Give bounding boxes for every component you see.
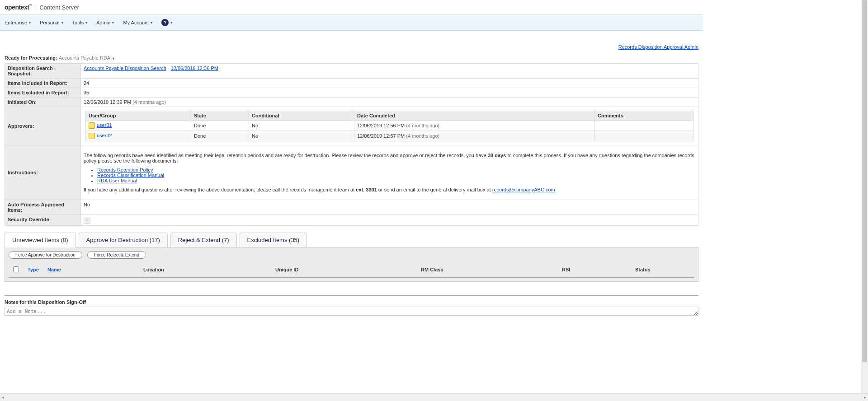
items-header-rsi: RSI (559, 261, 632, 278)
items-header-checkbox (9, 261, 25, 278)
items-header-name[interactable]: Name (45, 261, 141, 278)
brand-company: opentext (5, 4, 29, 11)
chevron-down-icon: ▾ (151, 21, 152, 25)
approvers-cell: User/Group State Conditional Date Comple… (81, 107, 698, 145)
header-link: Type (28, 267, 39, 272)
rda-admin-link[interactable]: Records Disposition Approval Admin (618, 44, 698, 50)
items-excluded-label: Items Excluded in Report: (5, 88, 81, 98)
force-reject-button[interactable]: Force Reject & Extend (87, 251, 146, 259)
tabs-row: Unreviewed Items (0) Approve for Destruc… (5, 233, 698, 247)
instructions-value: The following records have been identifi… (81, 145, 698, 200)
menu-my-account[interactable]: My Account▾ (123, 20, 152, 25)
tab-approve[interactable]: Approve for Destruction (17) (79, 233, 168, 247)
approver-conditional: No (249, 121, 354, 131)
instr-ext: ext. 3301 (356, 187, 377, 192)
force-approve-button[interactable]: Force Approve for Destruction (9, 251, 82, 259)
approver-user-link[interactable]: user02 (97, 133, 112, 138)
top-menu: Enterprise▾ Personal▾ Tools▾ Admin▾ My A… (0, 15, 703, 31)
menu-label: Admin (96, 20, 110, 25)
top-link-row: Records Disposition Approval Admin (5, 31, 698, 53)
items-header-status: Status (632, 261, 694, 278)
approvers-header-comments: Comments (595, 111, 693, 121)
approver-date-rel: (4 months ago) (406, 133, 439, 139)
doc-link[interactable]: Records Retention Policy (97, 167, 153, 173)
menu-label: My Account (123, 20, 149, 25)
items-included-label: Items Included in Report: (5, 79, 81, 88)
chevron-down-icon: ▾ (113, 56, 114, 61)
security-override-checkbox: ✓ (84, 217, 90, 224)
auto-process-value: No (81, 200, 698, 215)
tab-unreviewed[interactable]: Unreviewed Items (0) (5, 233, 76, 247)
items-table: Type Name Location Unique ID RM Class RS… (9, 261, 694, 278)
header-brand: opentext™ | Content Server (0, 0, 703, 15)
instr-email-link[interactable]: records@companyABC.com (492, 187, 555, 192)
tab-excluded[interactable]: Excluded Items (35) (240, 233, 307, 247)
snapshot-time-link[interactable]: 12/06/2019 12:36 PM (171, 65, 218, 71)
doc-link[interactable]: RDA User Manual (97, 178, 137, 183)
menu-admin[interactable]: Admin▾ (96, 20, 114, 25)
chevron-down-icon: ▾ (170, 21, 172, 25)
initiated-on-date: 12/06/2019 12:39 PM (84, 99, 131, 105)
approver-comments (595, 131, 693, 141)
list-item: Records Retention Policy (97, 167, 695, 173)
rda-name: Accounts Payable RDA (59, 55, 110, 61)
info-table: Disposition Search - Snapshot: Accounts … (5, 63, 698, 226)
items-header-rmclass: RM Class (418, 261, 559, 278)
vertical-scrollbar[interactable] (861, 0, 868, 317)
doc-link[interactable]: Records Classification Manual (97, 173, 164, 178)
chevron-down-icon: ▾ (85, 21, 87, 25)
separator: - (168, 65, 171, 71)
disposition-search-label: Disposition Search - Snapshot: (5, 64, 81, 79)
approver-row: user02 Done No 12/06/2019 12:57 PM (4 mo… (86, 131, 693, 141)
chevron-down-icon: ▾ (112, 21, 114, 25)
chevron-down-icon: ▾ (29, 21, 31, 25)
disposition-search-value: Accounts Payable Disposition Search - 12… (81, 64, 698, 79)
menu-tools[interactable]: Tools▾ (72, 20, 88, 25)
instructions-label: Instructions: (5, 145, 81, 200)
notes-input[interactable] (5, 307, 698, 316)
approver-date-text: 12/06/2019 12:56 PM (357, 123, 405, 128)
menu-label: Enterprise (5, 20, 27, 25)
chevron-down-icon: ▾ (61, 21, 63, 25)
menu-label: Personal (40, 20, 59, 25)
menu-help[interactable]: ?▾ (161, 19, 172, 26)
approvers-label: Approvers: (5, 107, 81, 145)
tab-reject[interactable]: Reject & Extend (7) (170, 233, 237, 247)
approvers-header-user: User/Group (86, 111, 191, 121)
divider (5, 295, 698, 296)
items-included-value: 24 (81, 79, 698, 88)
security-override-value: ✓ (81, 215, 698, 226)
approver-date-text: 12/06/2019 12:57 PM (357, 133, 405, 139)
items-header-location: Location (141, 261, 273, 278)
select-all-checkbox[interactable] (13, 266, 19, 272)
brand-product: Content Server (39, 4, 79, 11)
scroll-thumb[interactable] (862, 0, 867, 317)
approver-row: user01 Done No 12/06/2019 12:56 PM (4 mo… (86, 121, 693, 131)
instructions-p2: If you have any additional questions aft… (84, 187, 695, 192)
approvers-header-state: State (191, 111, 249, 121)
disposition-search-link[interactable]: Accounts Payable Disposition Search (84, 65, 166, 71)
approver-user-link[interactable]: user01 (97, 122, 112, 128)
list-item: Records Classification Manual (97, 173, 695, 178)
tab-body-unreviewed: Force Approve for Destruction Force Reje… (5, 247, 698, 282)
instructions-doc-list: Records Retention Policy Records Classif… (97, 167, 695, 183)
brand-divider: | (35, 4, 37, 11)
approvers-table: User/Group State Conditional Date Comple… (85, 111, 693, 141)
brand-tm: ™ (29, 4, 33, 8)
approvers-header-conditional: Conditional (249, 111, 354, 121)
menu-personal[interactable]: Personal▾ (40, 20, 63, 25)
ready-for-processing[interactable]: Ready for Processing: Accounts Payable R… (5, 53, 698, 63)
instr-text: If you have any additional questions aft… (84, 187, 356, 192)
ready-label: Ready for Processing: (5, 55, 57, 61)
approver-date: 12/06/2019 12:56 PM (4 months ago) (354, 121, 595, 131)
menu-enterprise[interactable]: Enterprise▾ (5, 20, 31, 25)
approver-date: 12/06/2019 12:57 PM (4 months ago) (354, 131, 595, 141)
approver-state: Done (191, 131, 249, 141)
approver-date-rel: (4 months ago) (406, 123, 439, 128)
user-icon (89, 122, 95, 129)
approver-conditional: No (249, 131, 354, 141)
help-icon: ? (161, 19, 169, 26)
initiated-on-label: Initiated On: (5, 98, 81, 107)
items-header-type[interactable]: Type (25, 261, 45, 278)
brand-logo: opentext™ (5, 4, 33, 11)
